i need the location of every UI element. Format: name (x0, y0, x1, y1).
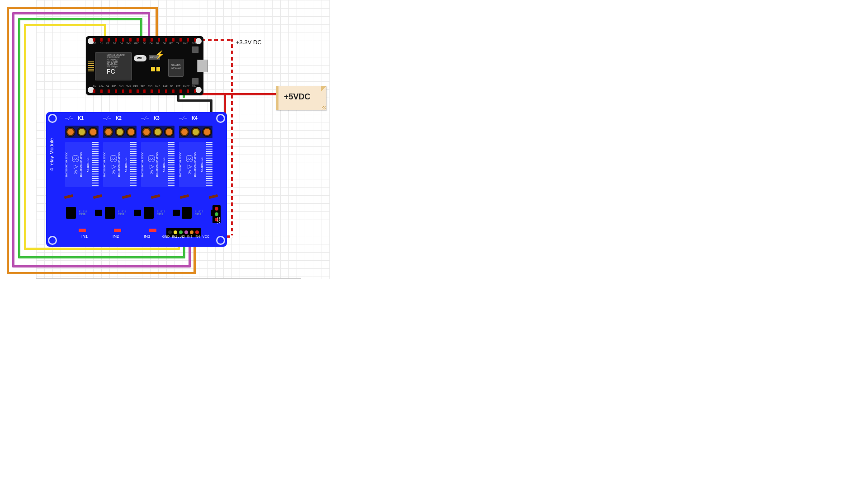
relay-brand: SONGLE (86, 142, 92, 187)
wire-purple (12, 265, 191, 267)
relay-body: 10A 250VAC 10A 30VDC CQC▷𝓡 10A 125VAC 10… (65, 142, 99, 187)
nodemcu-board: WiFi MODULE VENDOR ESP8266MOD AI-THINKER… (86, 36, 203, 95)
pin-labels-top: D0D1D2D3D43V3GNDD5D6D7D8RXTXGND3V3 (93, 42, 196, 46)
wire-yellow (24, 24, 26, 250)
relay-coil-icon (92, 142, 99, 187)
resize-grip-icon[interactable] (322, 106, 326, 109)
relay-title: 4 relay Module (49, 127, 55, 182)
mount-hole-icon (195, 87, 202, 93)
screw-terminal[interactable] (103, 126, 137, 138)
note-text: +5VDC (284, 92, 311, 102)
annotation-3v3: +3.3V DC (236, 39, 262, 46)
pin-labels-bottom: DVA5A5AEE5SV3SV3DE5SE5SV3GNDEAEN3R5TEND7… (93, 85, 196, 89)
mount-hole-icon (48, 236, 57, 245)
ul-icon: 𝓡 (74, 169, 77, 175)
vcc-label: VCC (217, 217, 220, 224)
wifi-antenna-icon (88, 61, 94, 72)
wire-yellow (24, 24, 106, 26)
opto-driver: EL 817 C439 (105, 207, 141, 219)
resistor-row (64, 195, 218, 204)
screw-terminal[interactable] (141, 126, 175, 138)
wire-orange (7, 272, 196, 274)
note-5v[interactable]: +5VDC (276, 86, 326, 110)
wire-green (18, 18, 20, 258)
flash-icon: ⚡ (155, 50, 165, 60)
control-header-labels: GNDIN1IN2IN3IN4VCC (162, 235, 209, 238)
usb-serial-chip: SILABS CP2102 (168, 59, 184, 77)
relay-body: 10A 250VAC 10A 30VDC CQC▷𝓡 10A 125VAC 10… (179, 142, 212, 187)
relay-body: 10A 250VAC 10A 30VDC CQC▷𝓡 10A 125VAC 10… (103, 142, 137, 187)
mount-hole-icon (216, 114, 225, 123)
relay-ratings: 10A 125VAC 10A 28VDC (80, 142, 86, 187)
relay-body: 10A 250VAC 10A 30VDC CQC▷𝓡 10A 125VAC 10… (141, 142, 175, 187)
screw-terminal[interactable] (179, 126, 212, 138)
fcc-logo: FC (107, 68, 115, 75)
screw-terminal[interactable] (65, 126, 99, 138)
wire-orange (7, 7, 158, 9)
mount-hole-icon (216, 236, 225, 245)
wire-orange (156, 7, 158, 38)
wire-3v3-striped (231, 39, 233, 238)
diagram-canvas: WiFi MODULE VENDOR ESP8266MOD AI-THINKER… (0, 0, 868, 488)
wifi-badge: WiFi (134, 55, 146, 61)
relay-module: 4 relay Module K1 ⎓╱⎓ 10A 250VAC 10A 30V… (46, 112, 227, 247)
arrow-icon: ▷ (74, 163, 78, 169)
mount-hole-icon (195, 38, 202, 44)
reset-button[interactable] (192, 78, 199, 85)
wire-yellow (24, 248, 180, 250)
wire-purple (148, 12, 150, 38)
wire-green (18, 256, 185, 258)
wire-purple (12, 12, 150, 14)
pin-header-top[interactable] (93, 38, 196, 42)
relay-symbol-icon: ⎓╱⎓ (103, 116, 130, 122)
note-fold-icon (321, 86, 326, 91)
relay-ratings: 10A 250VAC 10A 30VDC (65, 142, 71, 187)
flash-button[interactable] (192, 46, 199, 53)
status-leds (151, 67, 160, 71)
mount-hole-icon (48, 114, 57, 123)
micro-usb-port[interactable] (197, 60, 208, 72)
pin-header-bottom[interactable] (93, 89, 196, 93)
wire-green (140, 18, 142, 38)
relay-symbol-icon: ⎓╱⎓ (179, 116, 206, 122)
opto-driver: EL 817 C439 (66, 207, 102, 219)
cqc-icon: CQC (72, 155, 79, 162)
wire-green (18, 18, 142, 20)
wire-gnd-black (177, 99, 212, 102)
relay-symbol-icon: ⎓╱⎓ (141, 116, 168, 122)
wire-orange (7, 7, 9, 274)
baseline-rule (36, 278, 301, 279)
relay-symbol-icon: ⎓╱⎓ (65, 116, 92, 122)
chip-text: MODULE VENDOR ESP8266MOD AI-THINKER ISM … (107, 54, 125, 68)
opto-driver: EL 817 C439 (144, 207, 180, 219)
wire-purple (12, 12, 14, 267)
